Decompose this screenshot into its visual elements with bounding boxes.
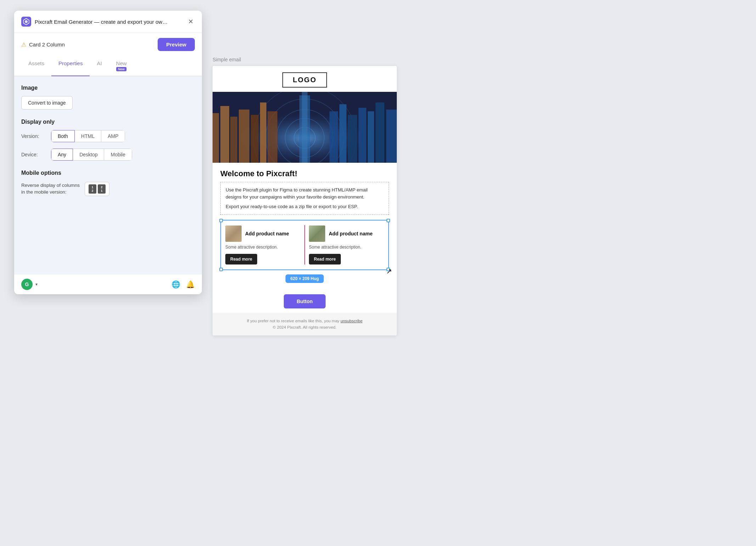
tab-new[interactable]: New New <box>109 56 134 76</box>
tabs-bar: Assets Properties AI New New <box>14 56 202 76</box>
svg-rect-20 <box>359 108 366 163</box>
selection-handle-br: ↗ <box>387 268 390 271</box>
email-cta-button[interactable]: Button <box>284 294 325 308</box>
version-row: Version: Both HTML AMP <box>21 130 195 142</box>
product-2-name: Add product name <box>329 231 373 236</box>
product-1-description: Some attractive description. <box>225 245 300 250</box>
card-label-text: Card 2 Column <box>29 41 65 48</box>
svg-rect-13 <box>239 110 249 163</box>
product-1-read-more-button[interactable]: Read more <box>225 254 257 264</box>
product-1-thumbnail <box>225 225 242 242</box>
new-badge: New <box>116 67 126 71</box>
device-any-btn[interactable]: Any <box>51 149 73 161</box>
svg-rect-25 <box>302 92 308 163</box>
email-hero-image <box>213 92 397 163</box>
svg-rect-21 <box>368 111 374 163</box>
card-header: ⚠ Card 2 Column Preview <box>14 33 202 56</box>
footer-icons: 🌐 🔔 <box>171 280 195 289</box>
tab-properties[interactable]: Properties <box>51 56 90 76</box>
svg-rect-19 <box>348 115 357 163</box>
svg-rect-15 <box>260 102 266 163</box>
svg-rect-17 <box>329 111 338 163</box>
email-logo-area: LOGO <box>213 66 397 92</box>
hero-city-svg <box>213 92 397 163</box>
version-both-btn[interactable]: Both <box>51 130 75 142</box>
svg-point-2 <box>25 20 28 23</box>
card-label: ⚠ Card 2 Column <box>21 41 65 48</box>
email-card: LOGO <box>213 66 397 335</box>
dimension-badge: 620 × 209 Hug <box>286 274 324 283</box>
product-2-top: Add product name <box>309 225 384 242</box>
globe-icon[interactable]: 🌐 <box>171 280 180 289</box>
unsubscribe-link[interactable]: unsubscribe <box>340 319 362 323</box>
svg-rect-14 <box>251 115 259 163</box>
cursor-arrow-icon: ↗ <box>386 268 392 275</box>
panel-footer: G ▾ 🌐 🔔 <box>14 274 202 294</box>
version-html-btn[interactable]: HTML <box>75 130 101 142</box>
two-column-section: ↗ Add product name Some attractive descr… <box>220 220 389 270</box>
copyright-text: © 2024 Pixcraft. All rights reserved. <box>220 324 389 330</box>
chevron-down-icon[interactable]: ▾ <box>35 282 38 287</box>
svg-rect-10 <box>213 113 219 163</box>
email-desc-line2: Export your ready-to-use code as a zip f… <box>226 203 384 210</box>
email-footer: If you prefer not to receive emails like… <box>213 313 397 336</box>
version-amp-btn[interactable]: AMP <box>101 130 125 142</box>
device-row: Device: Any Desktop Mobile <box>21 149 195 161</box>
reverse-display-row: Reverse display of columnsin the mobile … <box>21 182 195 196</box>
user-section: G ▾ <box>21 279 38 290</box>
email-body: Welcome to Pixcraft! Use the Pixcraft pl… <box>213 163 397 277</box>
device-label: Device: <box>21 152 46 157</box>
email-description-box: Use the Pixcraft plugin for Figma to cre… <box>220 182 389 215</box>
col-box-1: 1 2 <box>89 184 96 194</box>
email-logo: LOGO <box>282 72 327 88</box>
product-col-2: Add product name Some attractive descrip… <box>305 221 388 269</box>
svg-rect-16 <box>267 111 277 163</box>
simple-email-label: Simple email <box>213 57 397 62</box>
email-desc-line1: Use the Pixcraft plugin for Figma to cre… <box>226 186 384 200</box>
product-2-thumbnail <box>309 225 325 242</box>
svg-rect-23 <box>386 110 397 163</box>
user-avatar: G <box>21 279 33 290</box>
product-col-1: Add product name Some attractive descrip… <box>221 221 305 269</box>
close-button[interactable]: ✕ <box>187 16 195 27</box>
panel-titlebar: Pixcraft Email Generator — create and ex… <box>14 11 202 33</box>
titlebar-left: Pixcraft Email Generator — create and ex… <box>21 17 169 27</box>
selection-handle-tr <box>387 219 390 222</box>
svg-rect-18 <box>339 104 346 163</box>
email-headline: Welcome to Pixcraft! <box>220 169 389 178</box>
reverse-display-label: Reverse display of columnsin the mobile … <box>21 182 80 196</box>
preview-button[interactable]: Preview <box>158 38 195 51</box>
col-box-2: 2 1 <box>98 184 106 194</box>
tab-ai[interactable]: AI <box>90 56 109 76</box>
plugin-title: Pixcraft Email Generator — create and ex… <box>35 19 169 25</box>
plugin-panel: Pixcraft Email Generator — create and ex… <box>14 11 202 294</box>
columns-reverse-toggle[interactable]: 1 2 2 1 <box>85 182 109 196</box>
convert-to-image-button[interactable]: Convert to image <box>21 96 73 110</box>
svg-rect-22 <box>376 102 384 163</box>
display-only-title: Display only <box>21 119 195 125</box>
image-section-title: Image <box>21 85 195 91</box>
bell-icon[interactable]: 🔔 <box>186 280 195 289</box>
version-toggle-group: Both HTML AMP <box>51 130 125 142</box>
product-2-description: Some attractive description. <box>309 245 384 250</box>
mobile-options-title: Mobile options <box>21 170 195 176</box>
footer-text: If you prefer not to receive emails like… <box>220 318 389 324</box>
device-mobile-btn[interactable]: Mobile <box>104 149 132 161</box>
email-preview-area: Simple email LOGO <box>213 57 397 335</box>
warning-icon: ⚠ <box>21 41 26 48</box>
selection-handle-bl <box>219 268 223 271</box>
product-2-read-more-button[interactable]: Read more <box>309 254 341 264</box>
selection-handle-tl <box>219 219 223 222</box>
device-desktop-btn[interactable]: Desktop <box>73 149 104 161</box>
plugin-icon <box>21 17 31 27</box>
svg-rect-11 <box>220 106 229 163</box>
version-label: Version: <box>21 133 46 139</box>
device-toggle-group: Any Desktop Mobile <box>51 149 132 161</box>
panel-content: Image Convert to image Display only Vers… <box>14 76 202 274</box>
product-1-name: Add product name <box>245 231 289 236</box>
tab-assets[interactable]: Assets <box>21 56 51 76</box>
svg-rect-12 <box>230 117 237 163</box>
column-divider <box>304 225 305 264</box>
product-1-top: Add product name <box>225 225 300 242</box>
